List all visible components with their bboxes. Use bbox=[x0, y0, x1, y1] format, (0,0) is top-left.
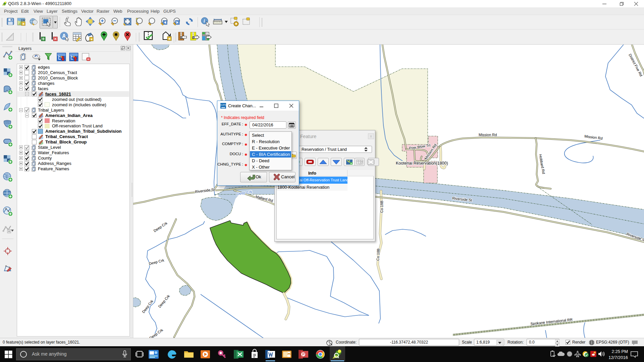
svg-text:Co 18B: Co 18B bbox=[380, 200, 384, 213]
svg-text:Co 18B: Co 18B bbox=[376, 248, 380, 261]
svg-text:Mission Rd: Mission Rd bbox=[479, 133, 497, 137]
svg-text:Kootenai Reservation(1800): Kootenai Reservation(1800) bbox=[396, 161, 448, 166]
